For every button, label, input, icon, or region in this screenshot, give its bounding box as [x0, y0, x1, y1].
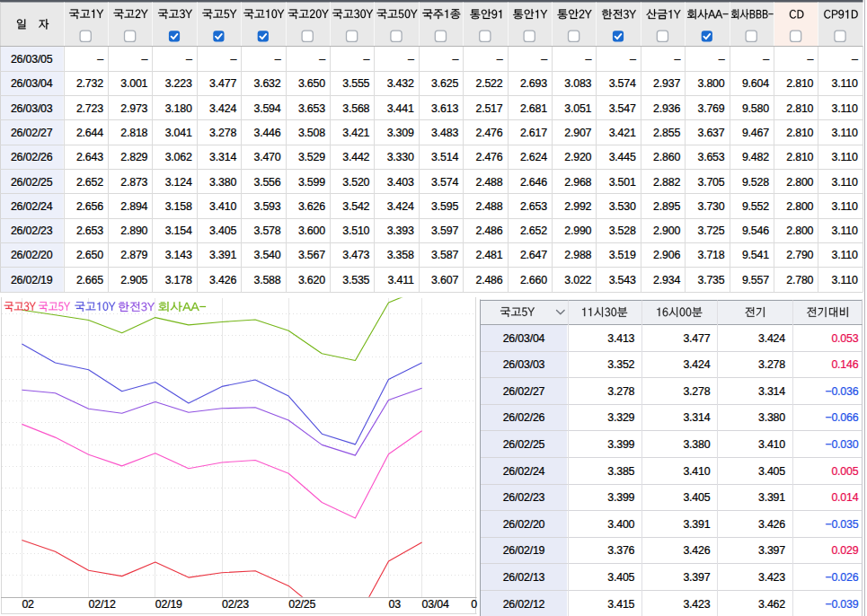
svg-text:2.895: 2.895 [653, 200, 680, 213]
svg-text:–: – [275, 53, 281, 66]
svg-text:3.385: 3.385 [607, 465, 634, 478]
svg-text:3.599: 3.599 [298, 176, 325, 189]
svg-text:–: – [763, 53, 769, 66]
svg-text:3.446: 3.446 [253, 127, 280, 139]
svg-text:3.555: 3.555 [342, 77, 369, 90]
svg-text:26/03/03: 26/03/03 [503, 358, 545, 371]
svg-text:3.426: 3.426 [683, 544, 710, 557]
svg-text:9.580: 9.580 [742, 102, 769, 115]
svg-text:3.352: 3.352 [607, 358, 634, 371]
svg-text:3.597: 3.597 [431, 224, 458, 237]
svg-text:3.477: 3.477 [209, 77, 236, 90]
svg-text:–: – [452, 53, 458, 66]
svg-text:26/02/19: 26/02/19 [503, 544, 545, 557]
svg-text:3.510: 3.510 [342, 224, 369, 237]
svg-text:3.530: 3.530 [609, 200, 636, 213]
svg-text:3.410: 3.410 [683, 465, 710, 478]
svg-text:3.543: 3.543 [609, 274, 636, 286]
svg-text:26/02/24: 26/02/24 [503, 465, 545, 478]
svg-text:3.462: 3.462 [758, 598, 785, 611]
svg-text:3.730: 3.730 [697, 200, 724, 213]
svg-text:3.477: 3.477 [683, 332, 710, 345]
svg-text:2.476: 2.476 [475, 151, 502, 163]
svg-text:9.604: 9.604 [742, 77, 769, 90]
svg-text:2.780: 2.780 [786, 274, 813, 286]
svg-text:3.083: 3.083 [564, 77, 591, 90]
svg-text:3.110: 3.110 [832, 151, 858, 163]
svg-text:2.920: 2.920 [564, 151, 591, 163]
svg-text:–: – [230, 53, 236, 66]
svg-text:2.968: 2.968 [564, 176, 591, 189]
svg-text:3.607: 3.607 [431, 274, 458, 286]
svg-text:3.051: 3.051 [564, 102, 591, 115]
svg-text:2.905: 2.905 [120, 274, 147, 286]
svg-text:2.990: 2.990 [564, 224, 591, 237]
svg-text:3.410: 3.410 [209, 200, 236, 213]
svg-text:3.769: 3.769 [697, 102, 724, 115]
svg-text:3.514: 3.514 [431, 151, 458, 163]
svg-text:2.906: 2.906 [653, 249, 680, 261]
svg-text:26/02/20: 26/02/20 [503, 518, 545, 531]
svg-text:3.154: 3.154 [165, 224, 192, 237]
svg-text:–: – [408, 53, 414, 66]
svg-text:3.595: 3.595 [431, 200, 458, 213]
svg-text:2.681: 2.681 [520, 102, 547, 115]
svg-text:–: – [808, 53, 814, 66]
svg-text:26/02/26: 26/02/26 [11, 151, 53, 163]
svg-text:3.405: 3.405 [758, 465, 785, 478]
svg-text:–: – [364, 53, 370, 66]
svg-text:3.124: 3.124 [165, 176, 192, 189]
svg-text:2.907: 2.907 [564, 127, 591, 139]
svg-text:3.110: 3.110 [832, 224, 858, 237]
svg-text:3.143: 3.143 [165, 249, 192, 261]
svg-text:−0.066: −0.066 [825, 411, 858, 424]
svg-text:2.481: 2.481 [475, 249, 502, 261]
svg-text:3.473: 3.473 [342, 249, 369, 261]
svg-text:3.653: 3.653 [298, 102, 325, 115]
svg-text:02/23: 02/23 [222, 598, 249, 611]
svg-text:3.110: 3.110 [832, 200, 858, 213]
svg-text:2.732: 2.732 [76, 77, 103, 90]
svg-text:2.790: 2.790 [786, 249, 813, 261]
svg-text:3.632: 3.632 [253, 77, 280, 90]
svg-text:2.517: 2.517 [475, 102, 502, 115]
svg-text:3.424: 3.424 [758, 332, 785, 345]
svg-text:26/03/04: 26/03/04 [503, 332, 545, 345]
svg-text:2.488: 2.488 [475, 176, 502, 189]
svg-text:3.574: 3.574 [431, 176, 458, 189]
svg-text:3.393: 3.393 [387, 224, 414, 237]
svg-text:26/02/25: 26/02/25 [503, 438, 545, 451]
svg-text:2.486: 2.486 [475, 224, 502, 237]
svg-text:3.588: 3.588 [253, 274, 280, 286]
svg-text:3.653: 3.653 [697, 151, 724, 163]
svg-text:–: – [97, 53, 103, 66]
svg-text:3.405: 3.405 [607, 571, 634, 584]
svg-text:26/02/23: 26/02/23 [503, 491, 545, 504]
svg-text:3.424: 3.424 [387, 200, 414, 213]
svg-text:3.399: 3.399 [607, 491, 634, 504]
svg-text:3.441: 3.441 [387, 102, 414, 115]
svg-text:26/03/05: 26/03/05 [11, 53, 53, 66]
svg-text:3.508: 3.508 [298, 127, 325, 139]
svg-text:2.934: 2.934 [653, 274, 680, 286]
svg-text:2.652: 2.652 [76, 176, 103, 189]
svg-text:3.540: 3.540 [253, 249, 280, 261]
svg-text:–: – [630, 53, 636, 66]
svg-text:3.391: 3.391 [683, 518, 710, 531]
svg-text:3.556: 3.556 [253, 176, 280, 189]
svg-text:0.014: 0.014 [831, 491, 858, 504]
svg-text:3.625: 3.625 [431, 77, 458, 90]
svg-text:3.358: 3.358 [387, 249, 414, 261]
svg-text:3.380: 3.380 [209, 176, 236, 189]
svg-text:3.442: 3.442 [342, 151, 369, 163]
svg-text:3.309: 3.309 [387, 127, 414, 139]
svg-text:3.178: 3.178 [165, 274, 192, 286]
svg-text:3.529: 3.529 [298, 151, 325, 163]
svg-text:3.528: 3.528 [609, 224, 636, 237]
svg-text:3.158: 3.158 [165, 200, 192, 213]
svg-text:−0.035: −0.035 [825, 518, 858, 531]
svg-text:26/02/13: 26/02/13 [503, 571, 545, 584]
svg-text:2.488: 2.488 [475, 200, 502, 213]
svg-text:2.818: 2.818 [120, 127, 147, 139]
svg-text:9.546: 9.546 [742, 224, 769, 237]
